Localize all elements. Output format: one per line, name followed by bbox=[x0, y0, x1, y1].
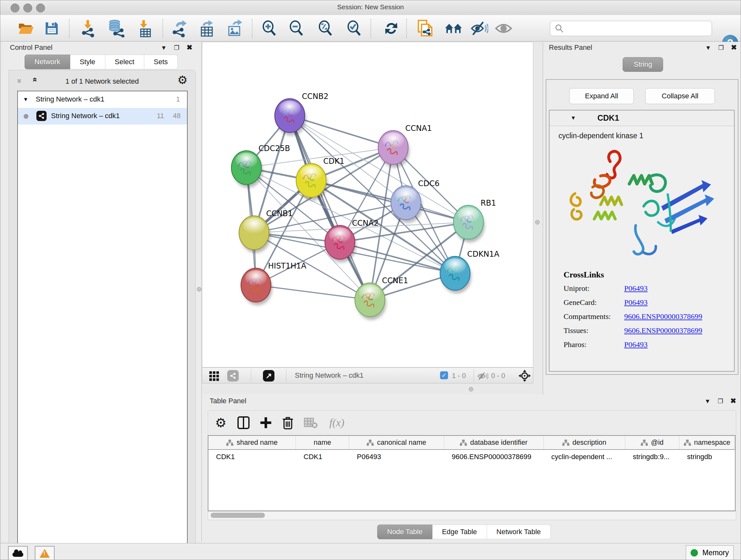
show-all-button[interactable] bbox=[494, 19, 513, 38]
memory-button[interactable]: Memory bbox=[686, 545, 734, 560]
open-in-browser-icon[interactable]: ↗ bbox=[263, 370, 274, 381]
clone-network-button[interactable] bbox=[416, 19, 434, 38]
node-label-CDKN1A: CDKN1A bbox=[467, 250, 499, 259]
column-header-canonical-name[interactable]: canonical name bbox=[349, 436, 444, 449]
column-header-database-identifier[interactable]: database identifier bbox=[444, 436, 544, 449]
network-edge[interactable] bbox=[290, 116, 370, 300]
network-node-CDKN1A[interactable]: CDKN1A bbox=[440, 250, 499, 294]
network-node-CDK1[interactable]: CDK1 bbox=[296, 157, 344, 200]
table-options-gear-icon[interactable]: ⚙ bbox=[215, 415, 226, 431]
column-header-name[interactable]: name bbox=[296, 436, 349, 449]
section-expand-icon[interactable]: ▼ bbox=[570, 115, 576, 121]
network-node-CCNA1[interactable]: CCNA1 bbox=[378, 124, 432, 168]
delete-column-trash-icon[interactable] bbox=[282, 415, 293, 431]
expand-all-button[interactable]: Expand All bbox=[569, 88, 634, 104]
panel-float-icon[interactable]: ❐ bbox=[718, 398, 723, 405]
zoom-out-button[interactable] bbox=[287, 19, 306, 38]
cloud-status-button[interactable] bbox=[8, 546, 28, 560]
column-header-namespace[interactable]: namespace bbox=[679, 436, 735, 449]
network-options-gear-icon[interactable]: ⚙ bbox=[178, 73, 188, 87]
open-folder-icon bbox=[17, 21, 35, 36]
save-session-button[interactable] bbox=[43, 19, 61, 38]
table-cell[interactable]: cyclin-dependent ... bbox=[544, 450, 625, 464]
tab-network[interactable]: Network bbox=[24, 55, 70, 69]
grid-view-icon[interactable] bbox=[209, 371, 219, 380]
tab-select[interactable]: Select bbox=[105, 55, 144, 69]
network-canvas[interactable]: CCNB2CCNA1CDC25BCDK1CDC6RB1CCNB1CCNA2CDK… bbox=[202, 42, 533, 368]
table-cell[interactable]: CDK1 bbox=[208, 450, 296, 464]
panel-close-icon[interactable]: ✖ bbox=[731, 44, 737, 51]
crosslink-link[interactable]: P06493 bbox=[624, 340, 648, 349]
network-node-RB1[interactable]: RB1 bbox=[454, 199, 496, 242]
hide-selected-button[interactable] bbox=[470, 19, 488, 38]
network-row[interactable]: String Network – cdk1 11 48 bbox=[18, 108, 187, 125]
tab-node-table[interactable]: Node Table bbox=[377, 524, 432, 539]
network-edge[interactable] bbox=[311, 180, 468, 222]
tab-sets[interactable]: Sets bbox=[144, 55, 178, 69]
tab-string[interactable]: String bbox=[623, 57, 663, 72]
table-cell[interactable]: stringdb bbox=[679, 450, 735, 464]
network-node-CCNB2[interactable]: CCNB2 bbox=[275, 92, 328, 136]
table-cell[interactable]: 9606.ENSP00000378699 bbox=[444, 450, 544, 464]
import-network-file-button[interactable] bbox=[79, 19, 97, 38]
crosslink-link[interactable]: P06493 bbox=[624, 284, 648, 293]
network-node-HIST1H1A[interactable]: HIST1H1A bbox=[241, 261, 307, 305]
column-header-shared-name[interactable]: shared name bbox=[208, 436, 296, 449]
function-builder-icon[interactable]: f(x) bbox=[329, 415, 344, 431]
panel-close-icon[interactable]: ✖ bbox=[731, 397, 736, 405]
column-header--id[interactable]: @id bbox=[625, 436, 679, 449]
table-horizontal-scrollbar[interactable] bbox=[208, 511, 736, 520]
column-type-icon bbox=[684, 440, 691, 446]
collapse-all-button[interactable]: Collapse All bbox=[645, 88, 715, 104]
panel-collapse-icon[interactable]: ▼ bbox=[704, 398, 711, 405]
node-table[interactable]: shared namenamecanonical namedatabase id… bbox=[208, 435, 736, 511]
tab-network-table[interactable]: Network Table bbox=[487, 524, 551, 539]
export-image-button[interactable] bbox=[226, 19, 244, 38]
panel-close-icon[interactable]: ✖ bbox=[187, 44, 192, 51]
protein-section-header[interactable]: ▼ CDK1 bbox=[549, 111, 734, 126]
import-network-database-button[interactable] bbox=[107, 19, 125, 38]
right-splitter-handle[interactable] bbox=[535, 220, 540, 225]
crosslink-link[interactable]: 9606.ENSP00000378699 bbox=[624, 326, 702, 335]
left-splitter-handle[interactable] bbox=[197, 287, 201, 292]
table-cell[interactable]: P06493 bbox=[349, 450, 444, 464]
zoom-in-button[interactable] bbox=[260, 19, 279, 38]
apply-layout-button[interactable] bbox=[382, 19, 401, 38]
import-table-file-button[interactable] bbox=[136, 19, 154, 38]
delete-table-icon[interactable] bbox=[304, 415, 318, 431]
selected-checkbox-icon[interactable]: ✓ bbox=[440, 371, 448, 379]
table-row[interactable]: CDK1CDK1P064939606.ENSP00000378699cyclin… bbox=[208, 450, 735, 464]
show-columns-icon[interactable] bbox=[238, 415, 250, 431]
warnings-button[interactable] bbox=[35, 546, 55, 560]
scrollbar-thumb[interactable] bbox=[211, 513, 265, 518]
table-cell[interactable]: CDK1 bbox=[296, 450, 349, 464]
create-column-icon[interactable] bbox=[260, 415, 272, 431]
tree-expand-icon[interactable]: ▼ bbox=[23, 97, 28, 103]
tab-style[interactable]: Style bbox=[70, 55, 105, 69]
open-session-button[interactable] bbox=[17, 19, 36, 38]
panel-collapse-icon[interactable]: ▼ bbox=[705, 44, 711, 51]
network-edge[interactable] bbox=[256, 285, 370, 300]
column-header-description[interactable]: description bbox=[544, 436, 625, 449]
panel-float-icon[interactable]: ❐ bbox=[174, 44, 179, 51]
crosslink-link[interactable]: P06493 bbox=[624, 298, 648, 307]
network-collection-row[interactable]: ▼ String Network – cdk1 1 bbox=[18, 91, 187, 108]
tab-edge-table[interactable]: Edge Table bbox=[432, 524, 487, 539]
search-input[interactable] bbox=[567, 24, 712, 33]
crosslink-link[interactable]: 9606.ENSP00000378699 bbox=[624, 312, 702, 321]
export-network-button[interactable] bbox=[170, 19, 189, 38]
network-view-share-icon[interactable] bbox=[227, 370, 239, 381]
crosslinks-section: CrossLinks Uniprot:P06493GeneCard:P06493… bbox=[563, 270, 730, 354]
horizontal-splitter-handle[interactable] bbox=[469, 387, 473, 391]
export-table-button[interactable] bbox=[198, 19, 216, 38]
zoom-fit-button[interactable] bbox=[316, 19, 335, 38]
fit-content-crosshair-icon[interactable] bbox=[518, 369, 531, 382]
panel-collapse-icon[interactable]: ▼ bbox=[161, 44, 167, 51]
table-cell[interactable]: stringdb:9... bbox=[625, 450, 679, 464]
crosslink-row: Pharos:P06493 bbox=[563, 340, 730, 349]
panel-float-icon[interactable]: ❐ bbox=[718, 44, 724, 51]
protein-name: CDK1 bbox=[597, 113, 619, 123]
network-node-CDC25B[interactable]: CDC25B bbox=[231, 144, 290, 188]
zoom-selected-button[interactable] bbox=[345, 19, 363, 38]
first-neighbors-button[interactable] bbox=[445, 19, 463, 38]
